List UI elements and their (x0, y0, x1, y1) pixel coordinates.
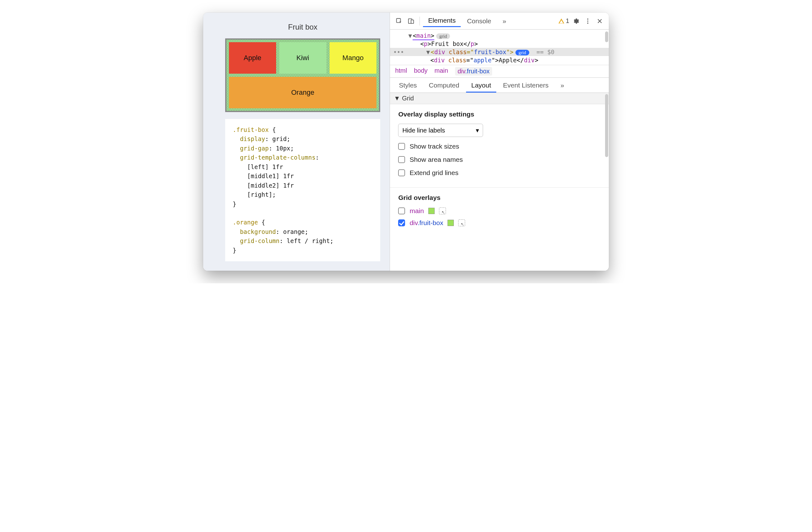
inspect-icon[interactable] (394, 16, 404, 26)
fruit-mango[interactable]: Mango (330, 42, 377, 74)
crumb-html[interactable]: html (395, 67, 407, 75)
dom-line-apple[interactable]: <div class="apple">Apple</div> (390, 56, 609, 64)
checkbox[interactable] (398, 220, 405, 226)
checkbox[interactable] (398, 156, 405, 163)
subtab-listeners[interactable]: Event Listeners (498, 79, 554, 93)
scrollbar-thumb[interactable] (605, 94, 608, 157)
chevron-down-icon: ▾ (476, 127, 479, 134)
dom-line-main[interactable]: ▼<main>grid (390, 31, 609, 40)
svg-point-4 (587, 20, 589, 22)
grid-section-header[interactable]: ▼ Grid (390, 93, 609, 104)
crumb-current[interactable]: div.fruit-box (455, 67, 492, 75)
subtab-styles[interactable]: Styles (394, 79, 422, 93)
breadcrumb[interactable]: html body main div.fruit-box (390, 65, 609, 78)
line-labels-select[interactable]: Hide line labels ▾ (398, 124, 483, 137)
devtools-panel: Elements Console » 1 ▼<main>grid <p>Frui (390, 13, 609, 271)
grid-overlays-title: Grid overlays (398, 194, 601, 201)
overlay-settings-title: Overlay display settings (398, 111, 601, 118)
fruit-kiwi[interactable]: Kiwi (279, 42, 327, 74)
svg-rect-2 (411, 20, 414, 23)
dom-line-selected[interactable]: ••• ▼<div class="fruit-box">grid == $0 (390, 48, 609, 56)
warn-count: 1 (566, 17, 569, 25)
kebab-icon[interactable] (582, 16, 593, 26)
subtabs: Styles Computed Layout Event Listeners » (390, 78, 609, 93)
svg-point-5 (587, 22, 589, 24)
overlay-display-settings: Overlay display settings Hide line label… (390, 104, 609, 187)
fruit-apple[interactable]: Apple (229, 42, 276, 74)
devtools-window: Fruit box Apple Kiwi Mango Orange .fruit… (203, 13, 609, 271)
grid-overlays-section: Grid overlays main div.fruit-box (390, 187, 609, 236)
devtools-toolbar: Elements Console » 1 (390, 13, 609, 30)
checkbox[interactable] (398, 169, 405, 176)
dom-line-p[interactable]: <p>Fruit box</p> (390, 40, 609, 48)
layout-panel: ▼ Grid Overlay display settings Hide lin… (390, 93, 609, 271)
tab-console[interactable]: Console (462, 15, 496, 27)
dom-tree[interactable]: ▼<main>grid <p>Fruit box</p> ••• ▼<div c… (390, 30, 609, 65)
checkbox[interactable] (398, 143, 405, 150)
overlay-fruit-box[interactable]: div.fruit-box (398, 219, 601, 227)
fruit-box-grid[interactable]: Apple Kiwi Mango Orange (225, 38, 380, 112)
highlight-icon[interactable] (439, 208, 446, 214)
opt-show-track-sizes[interactable]: Show track sizes (398, 143, 601, 150)
subtab-computed[interactable]: Computed (424, 79, 464, 93)
device-toggle-icon[interactable] (406, 16, 416, 26)
color-swatch[interactable] (448, 220, 454, 226)
subtab-layout[interactable]: Layout (466, 79, 496, 93)
gear-icon[interactable] (570, 16, 581, 26)
color-swatch[interactable] (428, 208, 435, 214)
crumb-main[interactable]: main (435, 67, 448, 75)
chevron-down-icon: ▼ (394, 95, 400, 102)
warnings-badge[interactable]: 1 (558, 17, 569, 25)
subtabs-overflow[interactable]: » (555, 79, 569, 93)
checkbox[interactable] (398, 208, 405, 214)
close-icon[interactable] (594, 16, 605, 26)
opt-extend-grid-lines[interactable]: Extend grid lines (398, 169, 601, 177)
divider (420, 17, 420, 26)
opt-show-area-names[interactable]: Show area names (398, 156, 601, 163)
svg-point-3 (587, 18, 589, 19)
page-title: Fruit box (225, 23, 380, 31)
tabs-overflow[interactable]: » (497, 15, 511, 27)
crumb-body[interactable]: body (414, 67, 427, 75)
css-code-block: .fruit-box { display: grid; grid-gap: 10… (225, 119, 380, 261)
rendered-page: Fruit box Apple Kiwi Mango Orange .fruit… (203, 13, 390, 271)
highlight-icon[interactable] (458, 220, 465, 226)
dom-tree-container: ▼<main>grid <p>Fruit box</p> ••• ▼<div c… (390, 30, 609, 65)
fruit-orange[interactable]: Orange (229, 77, 376, 108)
tab-elements[interactable]: Elements (423, 15, 461, 27)
overlay-main[interactable]: main (398, 207, 601, 215)
